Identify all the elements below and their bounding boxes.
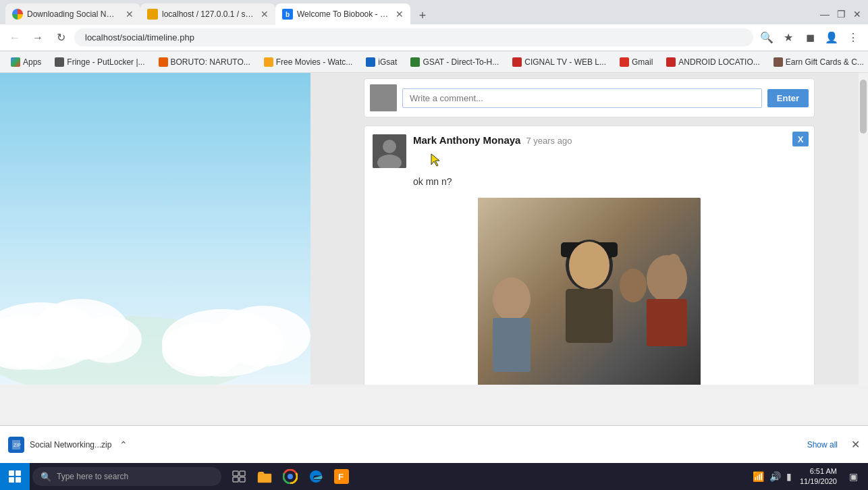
bookmark-earn-label: Earn Gift Cards & C...: [786, 57, 864, 67]
taskbar-search-box[interactable]: 🔍 Type here to search: [32, 467, 221, 486]
post-card: Mark Anthony Monaya 7 years ago X ok mn …: [364, 126, 815, 385]
search-icon[interactable]: 🔍: [757, 28, 776, 47]
browser-chrome: Downloading Social Networking ✕ localhos…: [0, 0, 868, 73]
svg-text:F: F: [338, 472, 344, 482]
clock-time: 6:51 AM: [800, 466, 837, 477]
taskview-button[interactable]: [227, 464, 251, 489]
svg-rect-21: [647, 299, 687, 346]
igsat-favicon: [366, 57, 375, 67]
close-button[interactable]: ✕: [852, 9, 863, 20]
tab-favicon-3: b: [282, 9, 293, 20]
enter-button[interactable]: Enter: [767, 89, 809, 107]
post-image: [478, 198, 701, 385]
taskbar-search-placeholder: Type here to search: [57, 472, 128, 481]
comment-input-section: Enter: [364, 78, 815, 117]
download-item: ZIP Social Networking...zip ⌃: [8, 437, 128, 453]
bookmark-star-icon[interactable]: ★: [779, 28, 798, 47]
tab-favicon-2: [147, 9, 158, 20]
system-tray-icons: 📶 🔊 ▮: [751, 470, 793, 483]
new-tab-button[interactable]: +: [413, 6, 432, 25]
fringe-favicon: [55, 57, 64, 67]
edge-button[interactable]: [304, 464, 328, 489]
tab-biobook[interactable]: b Welcome To Biobook - Sign up... ✕: [275, 3, 410, 25]
notification-button[interactable]: ▣: [844, 467, 863, 486]
close-post-button[interactable]: X: [792, 132, 809, 146]
windows-sq-2: [16, 470, 21, 476]
svg-rect-30: [233, 477, 238, 482]
bookmark-movies-label: Free Movies - Watc...: [276, 57, 353, 67]
address-input[interactable]: [74, 28, 753, 47]
scrollbar-thumb[interactable]: [860, 80, 867, 134]
tab-localhost[interactable]: localhost / 127.0.0.1 / sourcecod... ✕: [140, 3, 275, 25]
volume-icon[interactable]: 🔊: [768, 470, 782, 483]
svg-point-12: [383, 140, 396, 153]
bookmark-igsat[interactable]: iGsat: [360, 55, 402, 69]
svg-point-20: [647, 255, 687, 302]
svg-rect-28: [233, 471, 238, 476]
bookmark-movies[interactable]: Free Movies - Watc...: [259, 55, 358, 69]
tab-downloading[interactable]: Downloading Social Networking ✕: [5, 3, 140, 25]
taskbar-right: 📶 🔊 ▮ 6:51 AM 11/19/2020 ▣: [751, 466, 868, 487]
bookmark-apps[interactable]: Apps: [5, 55, 47, 69]
reload-button[interactable]: ↻: [51, 28, 70, 47]
windows-sq-1: [9, 470, 14, 476]
tab-close-1[interactable]: ✕: [126, 9, 134, 20]
post-meta: Mark Anthony Monaya 7 years ago: [413, 134, 572, 146]
title-bar: Downloading Social Networking ✕ localhos…: [0, 0, 868, 24]
svg-point-25: [620, 269, 647, 302]
svg-rect-32: [258, 474, 271, 483]
network-icon[interactable]: 📶: [751, 470, 765, 483]
show-all-button[interactable]: Show all: [807, 440, 838, 450]
bookmark-fringe[interactable]: Fringe - PutLocker |...: [49, 55, 150, 69]
extensions-icon[interactable]: ◼: [801, 28, 819, 47]
start-button[interactable]: [0, 463, 30, 490]
bookmark-earn[interactable]: Earn Gift Cards & C...: [768, 55, 868, 69]
bookmark-igsat-label: iGsat: [378, 57, 397, 67]
bookmark-cignal-label: CIGNAL TV - WEB L...: [524, 57, 606, 67]
menu-icon[interactable]: ⋮: [844, 28, 863, 47]
profile-icon[interactable]: 👤: [822, 28, 841, 47]
svg-point-5: [74, 316, 142, 363]
bookmark-gsat-label: GSAT - Direct-To-H...: [423, 57, 499, 67]
file-explorer-button[interactable]: [252, 464, 277, 489]
minimize-button[interactable]: —: [819, 9, 830, 20]
chrome-button[interactable]: [278, 464, 302, 489]
comment-input[interactable]: [402, 88, 762, 108]
tab-label-2: localhost / 127.0.0.1 / sourcecod...: [162, 9, 254, 19]
feed: Enter Mark Anthony Monaya: [353, 73, 825, 385]
bookmark-gsat[interactable]: GSAT - Direct-To-H...: [405, 55, 504, 69]
svg-point-24: [667, 254, 680, 270]
post-author-name: Mark Anthony Monaya: [413, 134, 520, 146]
bookmark-boruto[interactable]: BORUTO: NARUTO...: [153, 55, 256, 69]
windows-sq-4: [16, 477, 21, 483]
taskbar-search-icon: 🔍: [40, 472, 51, 482]
svg-rect-31: [240, 477, 245, 482]
svg-rect-29: [240, 471, 245, 476]
back-button[interactable]: ←: [5, 28, 24, 47]
taskbar-clock[interactable]: 6:51 AM 11/19/2020: [796, 466, 841, 487]
bookmark-cignal[interactable]: CIGNAL TV - WEB L...: [507, 55, 612, 69]
bookmark-gmail[interactable]: Gmail: [614, 55, 658, 69]
download-chevron-icon[interactable]: ⌃: [119, 439, 128, 450]
app5-button[interactable]: F: [329, 464, 354, 489]
boruto-favicon: [159, 57, 168, 67]
apps-favicon: [11, 57, 20, 67]
download-file-icon: ZIP: [8, 437, 24, 453]
window-controls: — ❐ ✕: [819, 9, 863, 20]
tab-close-2[interactable]: ✕: [261, 9, 269, 20]
page-content: Enter Mark Anthony Monaya: [0, 73, 868, 385]
android-favicon: [666, 57, 676, 67]
post-header: Mark Anthony Monaya 7 years ago X: [364, 126, 814, 173]
browser-icons: 🔍 ★ ◼ 👤 ⋮: [757, 28, 863, 47]
gmail-favicon: [620, 57, 629, 67]
forward-button[interactable]: →: [28, 28, 47, 47]
maximize-button[interactable]: ❐: [836, 9, 846, 20]
download-filename: Social Networking...zip: [30, 440, 111, 450]
svg-rect-16: [566, 289, 613, 343]
bookmark-android[interactable]: ANDROID LOCATIO...: [661, 55, 765, 69]
tab-favicon-1: [12, 9, 23, 20]
page-scrollbar[interactable]: [859, 73, 868, 385]
tab-close-3[interactable]: ✕: [396, 9, 404, 20]
download-close-button[interactable]: ✕: [851, 438, 860, 451]
svg-text:ZIP: ZIP: [13, 443, 21, 447]
